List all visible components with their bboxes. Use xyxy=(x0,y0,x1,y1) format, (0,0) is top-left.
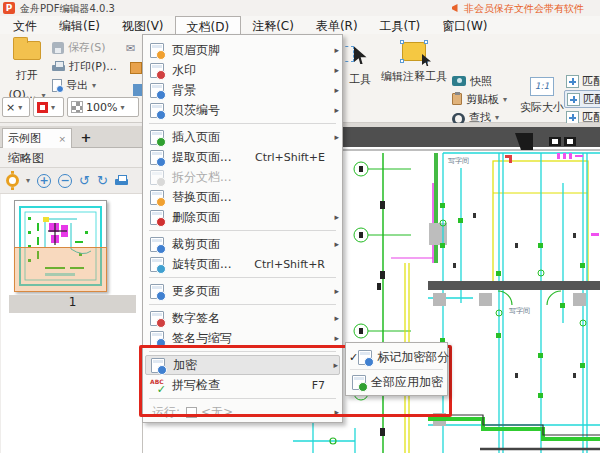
menu-item-shortcut: F7 xyxy=(312,379,330,392)
menu-item-label: 拆分文档... xyxy=(172,169,231,186)
fit-buttons-group: 匹配匹配匹配 xyxy=(564,72,600,126)
current-color-swatch xyxy=(37,102,48,113)
mail-icon[interactable]: ✉ xyxy=(126,42,135,55)
submenu-arrow-icon: ▸ xyxy=(330,286,339,296)
sign-initials-icon xyxy=(150,331,164,346)
menu-item-extract-pages[interactable]: 提取页面...Ctrl+Shift+E xyxy=(143,147,342,167)
menu-item-delete-pages[interactable]: 删除页面▸ xyxy=(143,207,342,227)
menu-item-label: 替换页面... xyxy=(172,189,231,206)
print-label: 打印(P)... xyxy=(69,59,117,74)
menu-item-label: 加密 xyxy=(173,357,197,374)
edit-annotation-icon xyxy=(402,42,426,61)
menu-separator xyxy=(149,304,336,305)
menu-item-more-pages[interactable]: 更多页面▸ xyxy=(143,281,342,301)
submenu-arrow-icon: ▸ xyxy=(330,239,339,249)
menu-item-run[interactable]: 运行:<无>▸ xyxy=(143,402,342,422)
digital-signature-icon xyxy=(150,311,164,326)
cursor-arrow-icon xyxy=(354,46,367,64)
run-value: <无> xyxy=(201,404,233,421)
fit-button-1[interactable]: 匹配 xyxy=(564,90,600,108)
export-button[interactable]: 导出 ▾ xyxy=(52,76,138,95)
submenu-arrow-icon: ▸ xyxy=(330,407,339,417)
menubar-item-4[interactable]: 注释(C) xyxy=(241,16,305,34)
open-button[interactable]: 打开(O)... ▾ xyxy=(4,38,50,96)
menubar-item-2[interactable]: 视图(V) xyxy=(111,16,175,34)
chevron-down-icon: ▾ xyxy=(495,113,499,122)
visible-region-overlay[interactable] xyxy=(14,247,107,292)
menu-item-encrypt[interactable]: 加密▸ xyxy=(145,355,340,375)
fit-button-0[interactable]: 匹配 xyxy=(564,72,600,90)
print-thumbnail-icon[interactable] xyxy=(115,175,128,186)
menu-item-background[interactable]: 背景▸ xyxy=(143,80,342,100)
clipboard-label: 剪贴板 xyxy=(466,92,499,107)
chevron-down-icon: ▾ xyxy=(18,103,22,112)
checkmark-icon: ✓ xyxy=(349,351,358,364)
menu-item-crop-pages[interactable]: 裁剪页面▸ xyxy=(143,234,342,254)
tab-sample-image[interactable]: 示例图 × xyxy=(2,128,72,148)
delete-pages-icon xyxy=(150,210,164,225)
partial-tool-icon[interactable] xyxy=(130,62,142,74)
menu-item-split-document[interactable]: 拆分文档... xyxy=(143,167,342,187)
close-icon[interactable]: × xyxy=(58,134,66,144)
edit-annotation-label: 编辑注释工具 xyxy=(381,70,447,83)
menu-item-bates-numbering[interactable]: 贝茨编号▸ xyxy=(143,100,342,120)
zoom-level-combo[interactable]: 100% ▾ xyxy=(67,97,139,117)
menu-item-insert-pages[interactable]: 插入页面▸ xyxy=(143,127,342,147)
menu-separator xyxy=(149,351,336,352)
opacity-pattern-icon xyxy=(71,101,83,113)
actual-size-button[interactable]: 1:1 实际大小 xyxy=(520,74,564,115)
zoom-in-icon[interactable]: + xyxy=(37,174,51,188)
menu-item-spell-check[interactable]: ABC✓拼写检查F7 xyxy=(143,375,342,395)
megaphone-icon xyxy=(452,4,462,12)
crop-pages-icon xyxy=(150,237,164,252)
menu-item-rotate-pages[interactable]: 旋转页面...Ctrl+Shift+R xyxy=(143,254,342,274)
menu-item-digital-signature[interactable]: 数字签名▸ xyxy=(143,308,342,328)
rotate-right-icon[interactable]: ↻ xyxy=(97,174,108,187)
submenu-item-apply-all-encrypt[interactable]: 全部应用加密 xyxy=(346,370,447,394)
partial-tool-icon[interactable] xyxy=(133,84,142,96)
menu-item-sign-initials[interactable]: 签名与缩写▸ xyxy=(143,328,342,348)
submenu-item-mark-encrypted[interactable]: ✓标记加密部分 xyxy=(346,345,447,369)
menu-item-watermark[interactable]: 水印▸ xyxy=(143,60,342,80)
menubar-item-6[interactable]: 工具(T) xyxy=(369,16,432,34)
color-picker-combo[interactable]: ▾ xyxy=(33,97,64,117)
select-tool-label: 工具 xyxy=(349,73,371,86)
menu-item-shortcut: Ctrl+Shift+R xyxy=(254,258,330,271)
extract-pages-icon xyxy=(150,150,164,165)
zoom-value: 100% xyxy=(86,101,117,114)
menubar-item-3[interactable]: 文档(D) xyxy=(175,16,242,34)
menubar-item-0[interactable]: 文件 xyxy=(2,16,48,34)
encrypt-submenu: ✓标记加密部分全部应用加密 xyxy=(345,342,448,396)
snapshot-button[interactable]: 快照 xyxy=(452,72,522,90)
gear-icon[interactable] xyxy=(6,174,19,187)
menu-item-label: 更多页面 xyxy=(172,283,220,300)
fit-page-icon xyxy=(567,93,580,106)
menu-item-label: 插入页面 xyxy=(172,129,220,146)
chevron-down-icon: ▾ xyxy=(503,95,507,104)
menubar-item-5[interactable]: 表单(R) xyxy=(305,16,369,34)
submenu-arrow-icon: ▸ xyxy=(330,65,339,75)
title-bar: P 金舟PDF编辑器4.0.3 非会员保存文件会带有软件 xyxy=(0,0,600,16)
rotate-left-icon[interactable]: ↺ xyxy=(79,174,90,187)
new-tab-button[interactable]: + xyxy=(78,130,94,146)
room-label: 写字间 xyxy=(448,157,469,165)
apply-all-encrypt-icon xyxy=(352,375,366,390)
menubar-item-1[interactable]: 编辑(E) xyxy=(48,16,111,34)
select-tool-button[interactable]: 工具 xyxy=(336,40,384,87)
actual-size-label: 实际大小 xyxy=(520,101,564,114)
submenu-arrow-icon: ▸ xyxy=(329,360,338,370)
print-button[interactable]: 打印(P)... xyxy=(52,57,138,76)
thumbnails-header: 缩略图 xyxy=(0,148,143,168)
clipboard-button[interactable]: 剪贴板 ▾ xyxy=(452,90,522,108)
menu-bar: 文件编辑(E)视图(V)文档(D)注释(C)表单(R)工具(T)窗口(W) xyxy=(0,16,600,34)
chevron-down-icon: ▾ xyxy=(51,103,55,112)
menubar-item-7[interactable]: 窗口(W) xyxy=(431,16,498,34)
zoom-out-icon[interactable]: − xyxy=(58,174,72,188)
room-label: 写字间 xyxy=(509,307,530,315)
edit-annotation-tool-button[interactable]: 编辑注释工具 xyxy=(378,38,450,84)
menu-item-replace-pages[interactable]: 替换页面... xyxy=(143,187,342,207)
camera-icon xyxy=(452,76,466,86)
annotation-style-combo[interactable]: × ▾ xyxy=(2,97,30,117)
menu-item-header-footer[interactable]: 页眉页脚▸ xyxy=(143,40,342,60)
export-icon xyxy=(52,79,62,92)
